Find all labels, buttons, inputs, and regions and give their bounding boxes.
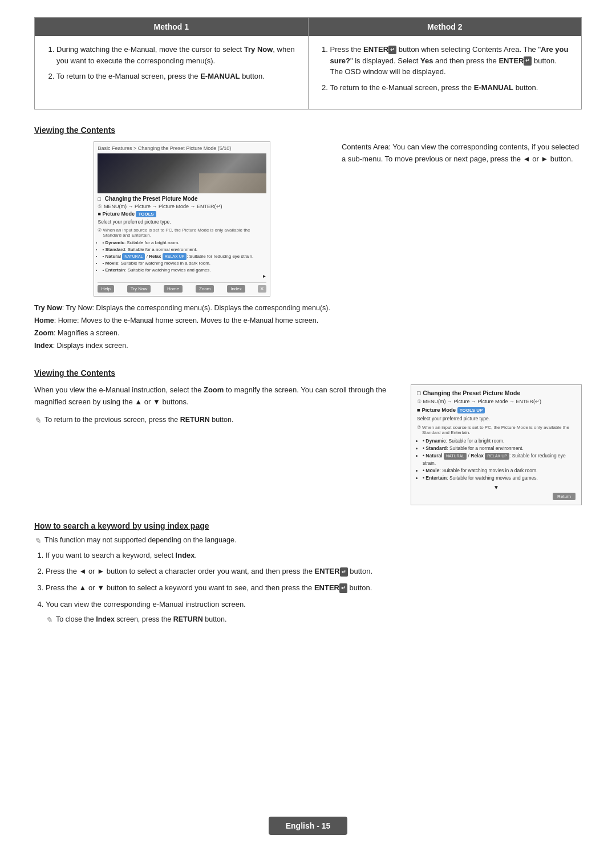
screenshot-mode-label: ■ Picture Mode TOOLS	[98, 211, 266, 217]
method1-steps: During watching the e-Manual, move the c…	[56, 44, 297, 82]
index-step-2: Press the ◄ or ► button to select a char…	[46, 566, 582, 578]
index-steps: If you want to search a keyword, select …	[46, 550, 582, 611]
methods-header: Method 1 During watching the e-Manual, m…	[34, 17, 582, 109]
viewing2-intro: When you view the e-Manual instruction, …	[34, 384, 399, 408]
close-btn: ✕	[258, 285, 266, 293]
viewing-contents-1-title: Viewing the Contents	[34, 125, 582, 135]
viewing2-note: ✎ To return to the previous screen, pres…	[34, 414, 399, 427]
right-panel-title: □ Changing the Preset Picture Mode	[417, 390, 576, 396]
method2-title: Method 2	[309, 18, 582, 36]
screenshot-bottom-bar: Help Try Now Home Zoom Index ✕	[98, 282, 266, 293]
index-step-1: If you want to search a keyword, select …	[46, 550, 582, 562]
index-step-3: Press the ▲ or ▼ button to select a keyw…	[46, 582, 582, 594]
screenshot-area: Basic Features > Changing the Preset Pic…	[34, 141, 330, 352]
screenshot-menu-path: ⑤ MENU(m) → Picture → Picture Mode → ENT…	[98, 204, 266, 209]
right-panel-badge: TOOLS UP	[457, 407, 485, 413]
viewing-contents-1-layout: Basic Features > Changing the Preset Pic…	[34, 141, 582, 352]
method1-step1: During watching the e-Manual, move the c…	[56, 44, 297, 66]
footer-badge: English - 15	[269, 817, 348, 835]
viewing-contents-2-section: Viewing the Contents When you view the e…	[34, 368, 582, 505]
right-panel-body: Select your preferred picture type.	[417, 416, 576, 423]
right-panel-mode: ■ Picture Mode TOOLS UP	[417, 407, 576, 413]
screenshot-title: □ Changing the Preset Picture Mode	[98, 196, 266, 202]
index-sub-note: ✎ To close the Index screen, press the R…	[46, 615, 582, 624]
mode-badge: TOOLS	[136, 211, 156, 217]
method1-col: Method 1 During watching the e-Manual, m…	[35, 18, 309, 109]
index-note: ✎ This function may not supported depend…	[34, 536, 582, 545]
method1-step2: To return to the e-Manual screen, press …	[56, 71, 297, 82]
screenshot-body-text: Select your preferred picture type.	[98, 219, 266, 226]
index-btn: Index	[227, 285, 245, 293]
method2-steps: Press the ENTER↵ button when selecting C…	[330, 44, 570, 93]
right-panel-list: • Dynamic: Suitable for a bright room. •…	[423, 437, 576, 481]
index-subnote-icon: ✎	[46, 615, 52, 624]
viewing-contents-2-layout: When you view the e-Manual instruction, …	[34, 384, 582, 505]
right-panel-menu: ⑤ MENU(m) → Picture → Picture Mode → ENT…	[417, 399, 576, 404]
index-section: How to search a keyword by using index p…	[34, 521, 582, 624]
screenshot-list: • Dynamic: Suitable for a bright room. •…	[102, 240, 266, 274]
screenshot-box: Basic Features > Changing the Preset Pic…	[94, 141, 270, 297]
method2-step1: Press the ENTER↵ button when selecting C…	[330, 44, 570, 78]
screenshot-image	[98, 153, 266, 193]
method2-step2: To return to the e-Manual screen, press …	[330, 82, 570, 94]
footer: English - 15	[0, 817, 616, 835]
down-arrow: ▼	[417, 484, 576, 490]
help-btn: Help	[98, 285, 114, 293]
index-step-4: You can view the corresponding e-Manual …	[46, 599, 582, 611]
right-panel-box: □ Changing the Preset Picture Mode ⑤ MEN…	[411, 384, 582, 505]
note-pen-icon: ✎	[34, 414, 41, 427]
screenshot-caption: Try Now: Try Now: Displays the correspon…	[34, 302, 330, 352]
viewing-contents-1-section: Viewing the Contents Basic Features > Ch…	[34, 125, 582, 352]
home-btn: Home	[164, 285, 183, 293]
index-section-title: How to search a keyword by using index p…	[34, 521, 582, 530]
breadcrumb: Basic Features > Changing the Preset Pic…	[98, 145, 266, 151]
return-btn: Return	[553, 493, 576, 500]
zoom-btn: Zoom	[196, 285, 214, 293]
contents-description: Contents Area: You can view the correspo…	[342, 141, 582, 165]
left-text-col: When you view the e-Manual instruction, …	[34, 384, 399, 427]
method1-title: Method 1	[35, 18, 308, 36]
try-now-btn: Try Now	[127, 285, 151, 293]
viewing-contents-2-title: Viewing the Contents	[34, 368, 582, 378]
index-note-icon: ✎	[34, 536, 41, 545]
method2-col: Method 2 Press the ENTER↵ button when se…	[309, 18, 582, 109]
